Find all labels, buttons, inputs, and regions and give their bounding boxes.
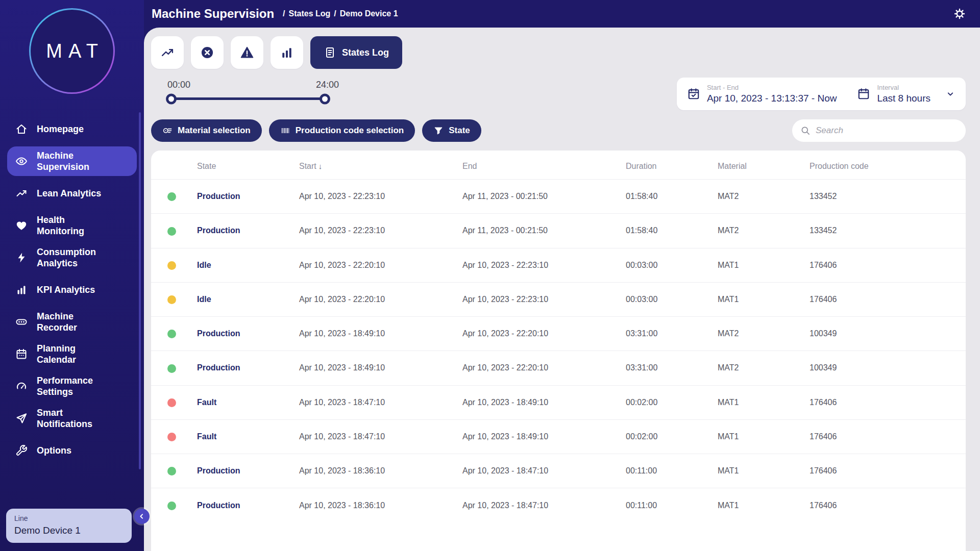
tab-trend-chart[interactable] xyxy=(151,36,184,69)
duration-cell: 03:31:00 xyxy=(621,351,713,385)
duration-cell: 00:02:00 xyxy=(621,419,713,454)
sidebar-item-lean-analytics[interactable]: Lean Analytics xyxy=(7,179,137,208)
search-box xyxy=(792,119,966,142)
material-icon xyxy=(162,126,173,136)
duration-cell: 01:58:40 xyxy=(621,214,713,248)
slider-handle-start[interactable] xyxy=(166,93,177,104)
state-color-dot xyxy=(167,502,176,510)
main-content: States Log 00:00 24:00 Start - End Apr 1… xyxy=(144,28,980,551)
sidebar-nav: Homepage Machine Supervision Lean Analyt… xyxy=(0,114,144,465)
view-tabs: States Log xyxy=(151,36,966,69)
state-filter-button[interactable]: State xyxy=(422,119,481,142)
filters-row: Material selection Production code selec… xyxy=(151,119,966,142)
slider-handle-end[interactable] xyxy=(320,93,330,104)
start-cell: Apr 10, 2023 - 18:49:10 xyxy=(294,351,457,385)
start-cell: Apr 10, 2023 - 22:23:10 xyxy=(294,214,457,248)
table-header-row: State Start↓ End Duration Material Produ… xyxy=(151,151,966,180)
material-selection-button[interactable]: Material selection xyxy=(151,119,262,142)
device-selector[interactable]: Line Demo Device 1 xyxy=(6,509,132,543)
interval-selector[interactable]: Interval Last 8 hours xyxy=(857,84,955,104)
production-code-cell: 176406 xyxy=(804,488,966,522)
sidebar-collapse-button[interactable] xyxy=(134,509,150,524)
table-row: Idle Apr 10, 2023 - 22:20:10 Apr 10, 202… xyxy=(151,282,966,316)
state-cell: Idle xyxy=(192,248,294,282)
recorder-icon xyxy=(15,316,28,328)
start-end-selector[interactable]: Start - End Apr 10, 2023 - 13:13:37 - No… xyxy=(687,84,837,104)
start-cell: Apr 10, 2023 - 18:49:10 xyxy=(294,317,457,351)
sidebar-item-health-monitoring[interactable]: Health Monitoring xyxy=(7,211,137,240)
end-cell: Apr 10, 2023 - 22:23:10 xyxy=(457,282,621,316)
date-range-panel: Start - End Apr 10, 2023 - 13:13:37 - No… xyxy=(677,78,966,110)
slider-start-label: 00:00 xyxy=(167,80,190,90)
production-code-selection-button[interactable]: Production code selection xyxy=(269,119,415,142)
sort-descending-icon[interactable]: ↓ xyxy=(318,162,323,170)
breadcrumb-device[interactable]: Demo Device 1 xyxy=(340,9,398,18)
duration-cell: 00:03:00 xyxy=(621,282,713,316)
state-cell: Idle xyxy=(192,282,294,316)
tab-bar-chart[interactable] xyxy=(271,36,303,69)
slider-end-label: 24:00 xyxy=(316,80,339,90)
slider-track[interactable] xyxy=(167,97,329,100)
col-start[interactable]: Start↓ xyxy=(294,151,457,180)
sidebar-item-smart-notifications[interactable]: Smart Notifications xyxy=(7,404,137,433)
production-code-cell: 133452 xyxy=(804,214,966,248)
sidebar-item-machine-recorder[interactable]: Machine Recorder xyxy=(7,307,137,337)
search-input[interactable] xyxy=(816,126,958,136)
state-cell: Production xyxy=(192,214,294,248)
tab-states-log[interactable]: States Log xyxy=(310,36,402,69)
breadcrumb-states-log[interactable]: States Log xyxy=(289,9,331,18)
table-row: Production Apr 10, 2023 - 18:36:10 Apr 1… xyxy=(151,488,966,522)
state-color-dot xyxy=(167,295,176,304)
state-color-dot xyxy=(167,261,176,270)
col-production-code[interactable]: Production code xyxy=(804,151,966,180)
col-status-dot xyxy=(151,151,192,180)
col-duration[interactable]: Duration xyxy=(621,151,713,180)
breadcrumb-separator: / xyxy=(334,9,336,18)
table-row: Fault Apr 10, 2023 - 18:47:10 Apr 10, 20… xyxy=(151,385,966,419)
sidebar-item-kpi-analytics[interactable]: KPI Analytics xyxy=(7,275,137,305)
sidebar-item-machine-supervision[interactable]: Machine Supervision xyxy=(7,146,137,176)
time-range-slider: 00:00 24:00 xyxy=(167,78,341,100)
production-code-cell: 176406 xyxy=(804,419,966,454)
bar-chart-icon xyxy=(280,45,294,60)
calendar-icon xyxy=(857,87,870,101)
settings-gear-icon[interactable] xyxy=(953,8,966,20)
duration-cell: 00:11:00 xyxy=(621,488,713,522)
sidebar-item-options[interactable]: Options xyxy=(7,436,137,465)
end-cell: Apr 10, 2023 - 18:49:10 xyxy=(457,385,621,419)
col-state[interactable]: State xyxy=(192,151,294,180)
sidebar-item-performance-settings[interactable]: Performance Settings xyxy=(7,371,137,401)
col-material[interactable]: Material xyxy=(713,151,804,180)
tab-alarms[interactable] xyxy=(231,36,263,69)
sidebar-item-planning-calendar[interactable]: Planning Calendar xyxy=(7,339,137,369)
sidebar-item-homepage[interactable]: Homepage xyxy=(7,114,137,144)
bolt-icon xyxy=(15,252,28,264)
end-cell: Apr 11, 2023 - 00:21:50 xyxy=(457,180,621,214)
state-color-dot xyxy=(167,364,176,373)
end-cell: Apr 10, 2023 - 18:47:10 xyxy=(457,488,621,522)
controls-row: 00:00 24:00 Start - End Apr 10, 2023 - 1… xyxy=(151,78,966,110)
start-cell: Apr 10, 2023 - 22:20:10 xyxy=(294,282,457,316)
page-title: Machine Supervision xyxy=(152,7,274,21)
material-cell: MAT1 xyxy=(713,488,804,522)
state-color-dot xyxy=(167,330,176,338)
sidebar-item-consumption-analytics[interactable]: Consumption Analytics xyxy=(7,243,137,272)
state-cell: Production xyxy=(192,317,294,351)
barcode-icon xyxy=(280,126,290,136)
table-row: Production Apr 10, 2023 - 18:49:10 Apr 1… xyxy=(151,351,966,385)
states-log-icon xyxy=(324,46,336,59)
table-row: Production Apr 10, 2023 - 22:23:10 Apr 1… xyxy=(151,214,966,248)
production-code-cell: 176406 xyxy=(804,454,966,488)
col-end[interactable]: End xyxy=(457,151,621,180)
end-cell: Apr 10, 2023 - 18:49:10 xyxy=(457,419,621,454)
table-row: Fault Apr 10, 2023 - 18:47:10 Apr 10, 20… xyxy=(151,419,966,454)
table-row: Idle Apr 10, 2023 - 22:20:10 Apr 10, 202… xyxy=(151,248,966,282)
circle-x-icon xyxy=(200,45,214,60)
states-table: State Start↓ End Duration Material Produ… xyxy=(151,151,966,522)
wrench-icon xyxy=(15,444,28,457)
tab-stops[interactable] xyxy=(191,36,224,69)
end-cell: Apr 10, 2023 - 18:47:10 xyxy=(457,454,621,488)
sidebar-scrollbar[interactable] xyxy=(139,112,141,469)
funnel-icon xyxy=(433,126,444,136)
eye-icon xyxy=(15,155,28,167)
